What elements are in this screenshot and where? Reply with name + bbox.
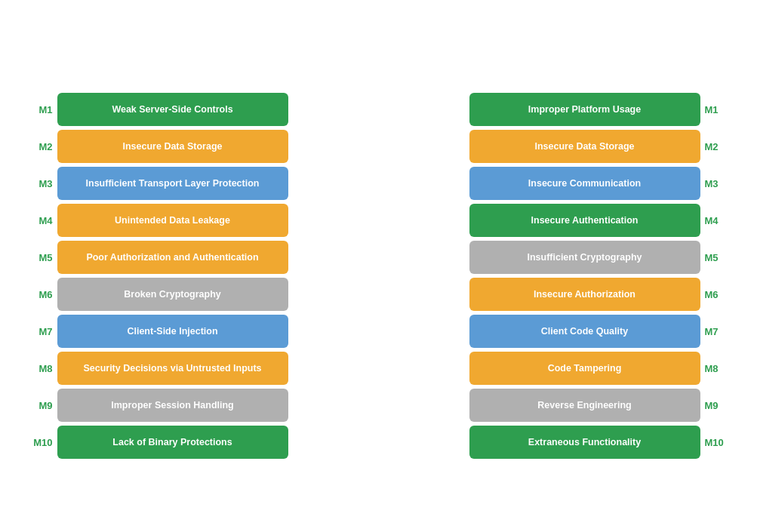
left-box-4: Unintended Data Leakage	[57, 204, 288, 237]
left-label-7: M7	[32, 326, 53, 337]
left-label-3: M3	[32, 178, 53, 189]
left-box-3: Insufficient Transport Layer Protection	[57, 167, 288, 200]
left-label-1: M1	[32, 104, 53, 115]
right-label-7: M7	[705, 326, 726, 337]
right-row-7: Client Code QualityM7	[469, 315, 726, 348]
right-box-8: Code Tampering	[469, 352, 700, 385]
left-label-4: M4	[32, 215, 53, 226]
left-label-6: M6	[32, 289, 53, 300]
right-label-9: M9	[705, 400, 726, 411]
right-row-2: Insecure Data StorageM2	[469, 130, 726, 163]
right-box-5: Insufficient Cryptography	[469, 241, 700, 274]
left-label-9: M9	[32, 400, 53, 411]
right-row-10: Extraneous FunctionalityM10	[469, 426, 726, 459]
left-box-6: Broken Cryptography	[57, 278, 288, 311]
left-label-5: M5	[32, 252, 53, 263]
right-row-5: Insufficient CryptographyM5	[469, 241, 726, 274]
right-label-4: M4	[705, 215, 726, 226]
right-box-6: Insecure Authorization	[469, 278, 700, 311]
right-row-6: Insecure AuthorizationM6	[469, 278, 726, 311]
right-label-10: M10	[705, 437, 726, 448]
left-row-9: M9Improper Session Handling	[32, 389, 288, 422]
right-column: Improper Platform UsageM1Insecure Data S…	[469, 93, 726, 459]
right-row-3: Insecure CommunicationM3	[469, 167, 726, 200]
left-column: M1Weak Server-Side ControlsM2Insecure Da…	[32, 93, 288, 459]
left-label-10: M10	[32, 437, 53, 448]
right-label-3: M3	[705, 178, 726, 189]
right-row-9: Reverse EngineeringM9	[469, 389, 726, 422]
right-label-8: M8	[705, 363, 726, 374]
left-box-9: Improper Session Handling	[57, 389, 288, 422]
left-row-3: M3Insufficient Transport Layer Protectio…	[32, 167, 288, 200]
left-label-2: M2	[32, 141, 53, 152]
right-box-9: Reverse Engineering	[469, 389, 700, 422]
left-box-1: Weak Server-Side Controls	[57, 93, 288, 126]
left-row-8: M8Security Decisions via Untrusted Input…	[32, 352, 288, 385]
right-box-3: Insecure Communication	[469, 167, 700, 200]
right-box-1: Improper Platform Usage	[469, 93, 700, 126]
left-box-10: Lack of Binary Protections	[57, 426, 288, 459]
right-label-6: M6	[705, 289, 726, 300]
right-box-10: Extraneous Functionality	[469, 426, 700, 459]
left-label-8: M8	[32, 363, 53, 374]
left-box-5: Poor Authorization and Authentication	[57, 241, 288, 274]
left-row-7: M7Client-Side Injection	[32, 315, 288, 348]
main-container: M1Weak Server-Side ControlsM2Insecure Da…	[17, 66, 741, 466]
left-row-6: M6Broken Cryptography	[32, 278, 288, 311]
left-row-10: M10Lack of Binary Protections	[32, 426, 288, 459]
right-row-8: Code TamperingM8	[469, 352, 726, 385]
right-label-1: M1	[705, 104, 726, 115]
right-row-1: Improper Platform UsageM1	[469, 93, 726, 126]
left-box-2: Insecure Data Storage	[57, 130, 288, 163]
diagram: M1Weak Server-Side ControlsM2Insecure Da…	[32, 93, 726, 459]
right-row-4: Insecure AuthenticationM4	[469, 204, 726, 237]
right-label-2: M2	[705, 141, 726, 152]
left-row-4: M4Unintended Data Leakage	[32, 204, 288, 237]
left-row-5: M5Poor Authorization and Authentication	[32, 241, 288, 274]
left-row-2: M2Insecure Data Storage	[32, 130, 288, 163]
right-box-2: Insecure Data Storage	[469, 130, 700, 163]
right-label-5: M5	[705, 252, 726, 263]
right-box-7: Client Code Quality	[469, 315, 700, 348]
left-box-8: Security Decisions via Untrusted Inputs	[57, 352, 288, 385]
left-box-7: Client-Side Injection	[57, 315, 288, 348]
left-row-1: M1Weak Server-Side Controls	[32, 93, 288, 126]
right-box-4: Insecure Authentication	[469, 204, 700, 237]
